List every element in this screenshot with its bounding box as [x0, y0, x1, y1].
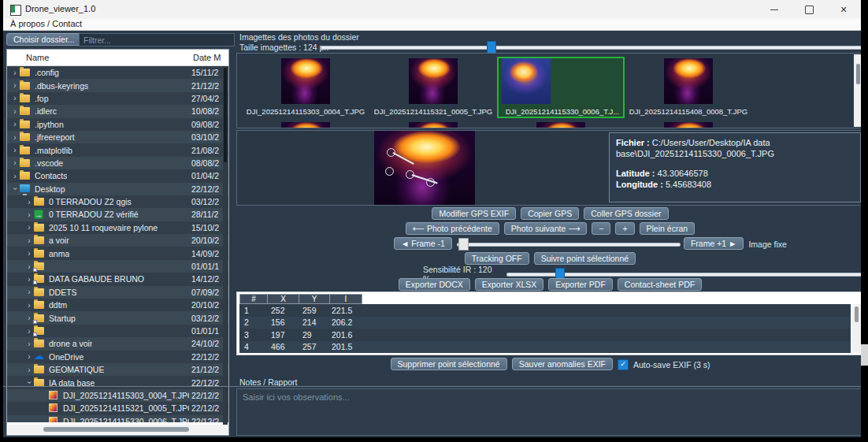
tree-row[interactable]: ›.idlerc10/08/2: [7, 105, 228, 117]
tree-row[interactable]: DJI_20251214115321_0005_T.JPG22/12/2: [7, 402, 228, 414]
maximize-button[interactable]: [792, 0, 826, 19]
table-row[interactable]: 2156214206.2: [239, 317, 851, 329]
tree-row[interactable]: ›.config15/11/2: [7, 66, 228, 79]
tree-row[interactable]: ›anma14/09/2: [7, 247, 228, 259]
tree-expander-icon[interactable]: ›: [10, 94, 20, 102]
zoom-out-button[interactable]: −: [592, 222, 610, 235]
tracking-button[interactable]: Tracking OFF: [465, 252, 529, 265]
thumbnail-item[interactable]: DJI_20251214115408_0008_T.JPG: [625, 57, 752, 118]
tree-expander-icon[interactable]: ›: [11, 184, 20, 194]
tree-row[interactable]: ›.dbus-keyrings21/12/2: [7, 79, 228, 91]
tree-expander-icon[interactable]: ›: [10, 120, 20, 128]
tree-row[interactable]: ›Contacts01/04/2: [7, 169, 228, 182]
scrollbar-thumb[interactable]: [224, 68, 227, 162]
tree-expander-icon[interactable]: ›: [10, 81, 20, 90]
tree-expander-icon[interactable]: ›: [10, 107, 20, 116]
menu-about-contact[interactable]: À propos / Contact: [10, 19, 82, 28]
tree-row[interactable]: ›.matplotlib21/08/2: [7, 143, 228, 156]
tree-expander-icon[interactable]: ›: [10, 69, 20, 77]
thumbnail-item[interactable]: DJI_20251214115303_0004_T.JPG: [242, 57, 369, 118]
thumbnail-item-partial[interactable]: [497, 121, 625, 128]
contact-sheet-pdf-button[interactable]: Contact-sheet PDF: [618, 278, 702, 291]
thumbnail-item[interactable]: DJI_20251214115330_0006_T.J...: [497, 57, 625, 118]
column-header-date[interactable]: Date M: [193, 53, 221, 62]
tree-vertical-scrollbar[interactable]: [223, 66, 228, 427]
tree-horizontal-scrollbar[interactable]: [8, 425, 229, 434]
modify-gps-exif-button[interactable]: Modifier GPS EXIF: [432, 207, 516, 220]
next-photo-button[interactable]: Photo suivante ⟶: [504, 222, 587, 235]
table-column-header[interactable]: #: [239, 294, 268, 304]
tree-row[interactable]: ›.jfreereport03/10/2: [7, 131, 228, 143]
fullscreen-button[interactable]: Plein écran: [640, 222, 696, 235]
table-column-header[interactable]: I: [329, 294, 362, 304]
tree-expander-icon[interactable]: ›: [10, 158, 20, 167]
tree-row[interactable]: ›drone a voir24/10/2: [7, 337, 228, 350]
tree-row[interactable]: ›01/01/1: [7, 260, 228, 273]
tree-row[interactable]: DJI_20251214115303_0004_T.JPG22/12/2: [7, 389, 228, 402]
table-column-header[interactable]: X: [267, 294, 299, 304]
choose-folder-button[interactable]: Choisir dossier...: [6, 33, 82, 46]
save-anomalies-exif-button[interactable]: Sauver anomalies EXIF: [512, 358, 613, 370]
tree-row[interactable]: ›.fop27/04/2: [7, 92, 228, 105]
tree-expander-icon[interactable]: ›: [10, 133, 20, 142]
scrollbar-thumb[interactable]: [855, 306, 859, 322]
tree-expander-icon[interactable]: ›: [24, 236, 34, 245]
table-row[interactable]: 319729201.6: [239, 329, 851, 341]
tree-expander-icon[interactable]: ›: [24, 288, 34, 296]
tree-expander-icon[interactable]: ›: [24, 366, 34, 374]
scrollbar-thumb[interactable]: [43, 427, 189, 432]
paste-gps-folder-button[interactable]: Coller GPS dossier: [584, 207, 668, 220]
thumbnail-item[interactable]: DJI_20251214115321_0005_T.JPG: [369, 57, 497, 118]
column-header-name[interactable]: Name: [26, 53, 49, 62]
frame-slider[interactable]: [457, 243, 681, 247]
filter-input[interactable]: [79, 33, 235, 46]
tree-expander-icon[interactable]: ›: [24, 352, 34, 361]
copy-gps-button[interactable]: Copier GPS: [521, 207, 579, 220]
tree-row[interactable]: ›Startup03/12/2: [7, 311, 228, 324]
thumbnail-scrollbar[interactable]: [854, 54, 861, 127]
thumbnail-item-partial[interactable]: [369, 121, 497, 128]
tree-expander-icon[interactable]: ›: [24, 198, 34, 206]
tree-row[interactable]: ›.ipython09/08/2: [7, 118, 228, 131]
follow-point-button[interactable]: Suivre point sélectionné: [534, 252, 636, 265]
tree-row[interactable]: ›DATA GABAUDE BRUNO14/12/2: [7, 273, 228, 285]
tree-expander-icon[interactable]: ›: [10, 146, 20, 154]
tree-row[interactable]: ›IA data base22/12/2: [7, 376, 228, 388]
tree-row[interactable]: DJI_20251214115330_0006_T.JPG22/12/2: [7, 415, 228, 422]
tree-row[interactable]: ›Desktop22/12/2: [7, 183, 228, 195]
export-pdf-button[interactable]: Exporter PDF: [548, 278, 613, 291]
tree-expander-icon[interactable]: ›: [24, 210, 34, 219]
frame-previous-button[interactable]: ◄ Frame -1: [394, 237, 452, 250]
table-column-header[interactable]: Y: [299, 294, 330, 304]
thumbnail-size-slider[interactable]: [321, 46, 861, 50]
previous-photo-button[interactable]: ⟵ Photo précédente: [406, 222, 499, 235]
scrollbar-thumb[interactable]: [856, 64, 860, 84]
tree-expander-icon[interactable]: ›: [24, 301, 34, 310]
annotation-marker[interactable]: [385, 167, 394, 176]
tree-expander-icon[interactable]: ›: [24, 249, 34, 258]
zoom-in-button[interactable]: +: [615, 222, 634, 235]
minimize-button[interactable]: [757, 0, 792, 19]
export-xlsx-button[interactable]: Exporter XLSX: [475, 278, 543, 291]
table-scrollbar[interactable]: [852, 304, 861, 353]
tree-row[interactable]: ›2025 10 11 roquevaire pylone15/10/2: [7, 221, 228, 234]
tree-row[interactable]: ›a voir20/10/2: [7, 234, 228, 247]
thumbnail-size-slider-handle[interactable]: [487, 41, 496, 54]
frame-next-button[interactable]: Frame +1 ►: [684, 237, 744, 250]
tree-row[interactable]: ›DDETS07/09/2: [7, 286, 228, 299]
tree-row[interactable]: ›0 TERRADOU Z2 vérifié28/11/2: [7, 208, 228, 221]
thumbnail-item-partial[interactable]: [242, 121, 369, 128]
tree-expander-icon[interactable]: ›: [24, 223, 34, 232]
table-row[interactable]: 1252259221.5: [239, 304, 851, 317]
tree-row[interactable]: ›01/01/1: [7, 325, 228, 337]
tree-row[interactable]: ›OneDrive22/12/2: [7, 351, 228, 363]
tree-row[interactable]: ›.vscode08/08/2: [7, 157, 228, 169]
frame-slider-handle[interactable]: [458, 238, 469, 251]
image-viewer[interactable]: Fichier : C:/Users/User/Desktop/IA data …: [236, 130, 861, 206]
tree-row[interactable]: ›ddtm20/10/2: [7, 299, 228, 311]
tree-expander-icon[interactable]: ›: [10, 172, 20, 180]
autosave-checkbox[interactable]: ✓: [618, 359, 629, 370]
export-docx-button[interactable]: Exporter DOCX: [399, 278, 470, 291]
notes-textarea[interactable]: [236, 388, 861, 436]
tree-row[interactable]: ›GEOMATIQUE21/12/2: [7, 363, 228, 376]
